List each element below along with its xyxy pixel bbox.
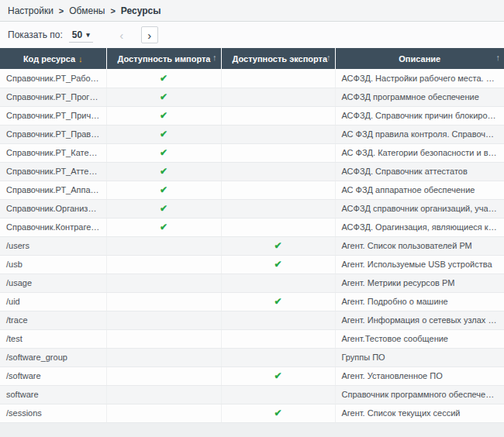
import-availability-cell: ✔: [106, 199, 221, 218]
resource-code-cell: /users: [0, 236, 106, 255]
export-availability-cell: [221, 199, 335, 218]
resource-description-cell: АСФЗД программное обеспечение: [335, 88, 504, 106]
import-availability-cell: ✔: [106, 88, 221, 106]
table-row[interactable]: Справочник.Организации✔АСФЗД справочник …: [0, 199, 504, 218]
table-row[interactable]: /uid✔Агент. Подробно о машине: [0, 292, 504, 311]
resource-description-cell: Агент. Метрики ресурсов РМ: [335, 274, 504, 292]
next-page-button[interactable]: ›: [141, 26, 158, 43]
resources-table-body: Справочник.РТ_РабочиеМес...✔АСФЗД. Настр…: [0, 69, 504, 422]
column-label: Код ресурса: [23, 54, 75, 64]
export-availability-cell: [221, 274, 335, 292]
column-label: Доступность экспорта: [233, 54, 328, 64]
breadcrumb: Настройки > Обмены > Ресурсы: [0, 0, 504, 22]
table-row[interactable]: /usageАгент. Метрики ресурсов РМ: [0, 274, 504, 292]
column-label: Доступность импорта: [118, 54, 211, 64]
check-icon: ✔: [160, 110, 167, 121]
check-icon: ✔: [160, 203, 167, 214]
export-availability-cell: ✔: [221, 366, 335, 385]
resource-description-cell: Группы ПО: [335, 348, 504, 366]
export-availability-cell: [221, 385, 335, 404]
import-availability-cell: [106, 348, 221, 366]
import-availability-cell: [106, 404, 221, 422]
import-availability-cell: ✔: [106, 218, 221, 236]
table-row[interactable]: /testАгент.Тестовое сообщение: [0, 329, 504, 348]
table-row[interactable]: Справочник.РТ_ПричиныБло...✔АСФЗД. Справ…: [0, 106, 504, 125]
check-icon: ✔: [160, 91, 167, 102]
table-row[interactable]: Справочник.РТ_Программно...✔АСФЗД програ…: [0, 88, 504, 106]
resource-description-cell: АСФЗД. Справочник причин блокировок рабо…: [335, 106, 504, 125]
breadcrumb-item-resources: Ресурсы: [121, 5, 161, 16]
resource-description-cell: АС ФЗД аппаратное обеспечение: [335, 181, 504, 199]
resource-description-cell: Агент. Используемые USB устройства: [335, 255, 504, 274]
resource-code-cell: /usb: [0, 255, 106, 274]
export-availability-cell: ✔: [221, 292, 335, 311]
breadcrumb-item-settings[interactable]: Настройки: [8, 5, 54, 16]
prev-page-button[interactable]: ‹: [113, 26, 130, 43]
page-size-label: Показать по:: [8, 29, 63, 40]
resource-code-cell: Справочник.РТ_Программно...: [0, 88, 106, 106]
sort-desc-icon: ↓: [78, 54, 83, 64]
check-icon: ✔: [160, 166, 167, 177]
export-availability-cell: [221, 125, 335, 143]
chevron-down-icon: ▾: [86, 31, 90, 39]
check-icon: ✔: [160, 222, 167, 232]
import-availability-cell: [106, 366, 221, 385]
resource-code-cell: /test: [0, 329, 106, 348]
export-availability-cell: [221, 329, 335, 348]
export-availability-cell: ✔: [221, 236, 335, 255]
import-availability-cell: [106, 311, 221, 329]
table-row[interactable]: /users✔Агент. Список пользователей РМ: [0, 236, 504, 255]
import-availability-cell: [106, 385, 221, 404]
resource-description-cell: АСФЗД. Орагинзация, являющиеся контраген…: [335, 218, 504, 236]
column-header-import-availability[interactable]: Доступность импорта↑: [106, 48, 221, 69]
resource-description-cell: АСФЗД. Справочник аттестатов: [335, 162, 504, 181]
resource-code-cell: Справочник.РТ_ПричиныБло...: [0, 106, 106, 125]
table-row[interactable]: /software✔Агент. Установленное ПО: [0, 366, 504, 385]
check-icon: ✔: [160, 147, 167, 158]
table-row[interactable]: softwareСправочник программного обеспече…: [0, 385, 504, 404]
sort-asc-icon: ↑: [496, 53, 501, 62]
table-row[interactable]: /software_groupГруппы ПО: [0, 348, 504, 366]
column-header-export-availability[interactable]: Доступность экспорта↑: [221, 48, 335, 69]
column-header-description[interactable]: Описание↑: [335, 48, 504, 69]
export-availability-cell: [221, 348, 335, 366]
page-size-select[interactable]: 50 ▾: [69, 27, 93, 43]
import-availability-cell: [106, 274, 221, 292]
toolbar: Показать по: 50 ▾ ‹ ›: [0, 22, 504, 48]
breadcrumb-separator: >: [110, 6, 115, 15]
check-icon: ✔: [274, 408, 281, 418]
table-row[interactable]: Справочник.РТ_ПравилаКон...✔АС ФЗД прави…: [0, 125, 504, 143]
check-icon: ✔: [274, 240, 281, 251]
export-availability-cell: [221, 181, 335, 199]
import-availability-cell: ✔: [106, 69, 221, 88]
export-availability-cell: ✔: [221, 404, 335, 422]
column-header-resource-code[interactable]: Код ресурса↓: [0, 48, 106, 69]
table-row[interactable]: /sessions✔Агент. Список текущих сессий: [0, 404, 504, 422]
check-icon: ✔: [274, 296, 281, 307]
resource-description-cell: Агент. Установленное ПО: [335, 366, 504, 385]
resource-code-cell: /software: [0, 366, 106, 385]
table-row[interactable]: Справочник.РТ_КатегорииБе...✔АС ФЗД. Кат…: [0, 143, 504, 162]
export-availability-cell: [221, 143, 335, 162]
resource-code-cell: /software_group: [0, 348, 106, 366]
sort-asc-icon: ↑: [212, 53, 217, 62]
resource-description-cell: Агент. Список пользователей РМ: [335, 236, 504, 255]
resource-description-cell: Агент. Информация о сетевых узлах на пут…: [335, 311, 504, 329]
table-row[interactable]: Справочник.РТ_Аппаратное...✔АС ФЗД аппар…: [0, 181, 504, 199]
resource-code-cell: Справочник.РТ_Аппаратное...: [0, 181, 106, 199]
import-availability-cell: [106, 236, 221, 255]
breadcrumb-item-exchanges[interactable]: Обмены: [69, 5, 105, 16]
table-row[interactable]: /usb✔Агент. Используемые USB устройства: [0, 255, 504, 274]
resource-description-cell: АСФЗД. Настройки рабочего места. Категор…: [335, 69, 504, 88]
export-availability-cell: [221, 311, 335, 329]
export-availability-cell: [221, 106, 335, 125]
table-row[interactable]: Справочник.Контрагенты✔АСФЗД. Орагинзаци…: [0, 218, 504, 236]
resources-table: Код ресурса↓ Доступность импорта↑ Доступ…: [0, 48, 504, 423]
table-row[interactable]: /traceАгент. Информация о сетевых узлах …: [0, 311, 504, 329]
table-header-row: Код ресурса↓ Доступность импорта↑ Доступ…: [0, 48, 504, 69]
import-availability-cell: ✔: [106, 106, 221, 125]
table-row[interactable]: Справочник.РТ_АттестатыРМ✔АСФЗД. Справоч…: [0, 162, 504, 181]
export-availability-cell: [221, 218, 335, 236]
table-row[interactable]: Справочник.РТ_РабочиеМес...✔АСФЗД. Настр…: [0, 69, 504, 88]
resource-description-cell: АС ФЗД. Категории безопасности и включен…: [335, 143, 504, 162]
